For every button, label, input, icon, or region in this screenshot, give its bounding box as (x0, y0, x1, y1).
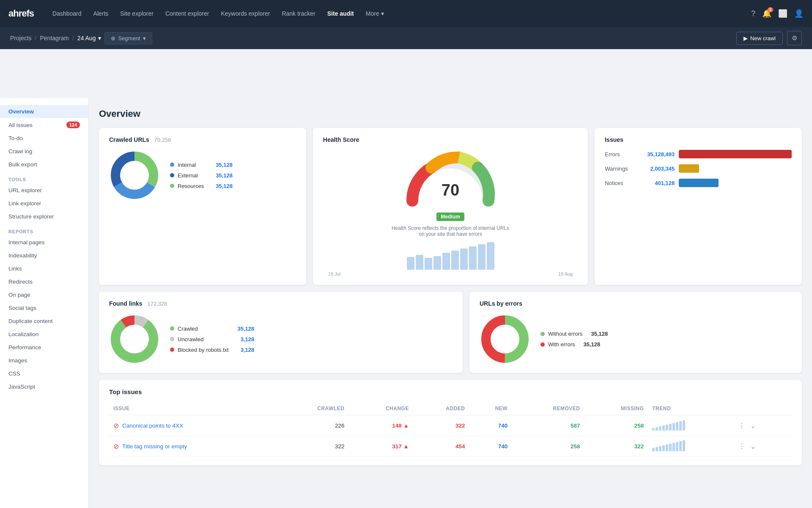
crawled-urls-content: Internal 35,128 External 35,128 Resource… (109, 150, 296, 201)
reports-section-label: Reports (0, 223, 88, 236)
added-cell: 322 (413, 415, 469, 436)
legend-resources: Resources 35,128 (170, 183, 233, 189)
trend-bar-4 (662, 425, 665, 431)
nav-more-label: More (366, 10, 379, 17)
sidebar-item-links[interactable]: Links (0, 262, 88, 275)
sidebar-item-images[interactable]: Images (0, 354, 88, 367)
legend-with-errors: With errors 35,128 (540, 341, 608, 348)
trend-bar-9 (679, 421, 682, 431)
trend-bar-3 (659, 426, 661, 431)
trend-bar-3 (659, 446, 661, 451)
date-label: 24 Aug (77, 35, 96, 41)
found-links-donut (109, 314, 160, 364)
trend-bar-2 (656, 447, 658, 451)
external-value: 35,128 (207, 172, 233, 179)
breadcrumb-date[interactable]: 24 Aug ▾ (77, 35, 102, 41)
errors-bar (679, 150, 792, 158)
sidebar-item-all-issues[interactable]: All issues 124 (0, 118, 88, 132)
warnings-label: Warnings (605, 166, 632, 172)
breadcrumb-projects[interactable]: Projects (10, 35, 32, 41)
sidebar-item-localization[interactable]: Localization (0, 328, 88, 341)
nav-alerts[interactable]: Alerts (88, 7, 114, 20)
uncrawled-value: 3,128 (232, 336, 255, 342)
sidebar-item-javascript[interactable]: JavaScript (0, 380, 88, 393)
crawled-dot (170, 326, 174, 331)
health-bar-1 (407, 257, 414, 270)
nav-keywords-explorer[interactable]: Keywords explorer (216, 7, 275, 20)
health-chart (327, 242, 573, 270)
missing-cell: 258 (584, 415, 648, 436)
trend-bar-6 (669, 444, 672, 451)
removed-cell: 258 (512, 436, 584, 457)
breadcrumb-sep-1: / (35, 35, 37, 41)
breadcrumb-site[interactable]: Pentagram (40, 35, 69, 41)
new-crawl-button[interactable]: ▶ New crawl (736, 32, 783, 45)
more-options-button[interactable]: ⋮ (737, 442, 747, 451)
segment-button[interactable]: ⊕ Segment ▾ (104, 32, 152, 44)
trend-bar-8 (676, 442, 678, 451)
top-issues-card: Top issues Issue Crawled Change Added Ne… (99, 380, 802, 465)
user-icon[interactable]: 👤 (794, 9, 804, 18)
sidebar-item-todo[interactable]: To-do (0, 132, 88, 145)
issue-name[interactable]: Canonical points to 4XX (122, 422, 183, 429)
gauge-svg: 70 (404, 150, 497, 209)
col-actions (732, 402, 792, 415)
expand-button[interactable]: ⌄ (749, 421, 757, 431)
urls-by-errors-card: URLs by errors Without errors 35,128 (469, 292, 802, 373)
with-errors-dot (540, 342, 545, 347)
urls-errors-donut (480, 314, 530, 364)
uncrawled-dot (170, 337, 174, 341)
found-links-card: Found links 172,328 Crawled 35, (99, 292, 463, 373)
trend-bar-7 (672, 443, 675, 451)
resources-dot (170, 184, 174, 188)
breadcrumb-actions: ▶ New crawl ⚙ (736, 31, 802, 45)
legend-without-errors: Without errors 35,128 (540, 331, 608, 337)
removed-cell: 587 (512, 415, 584, 436)
settings-button[interactable]: ⚙ (787, 31, 802, 45)
logo[interactable]: ahrefs (8, 8, 34, 19)
help-icon[interactable]: ? (751, 9, 755, 18)
gear-icon: ⚙ (792, 34, 797, 41)
sidebar-item-on-page[interactable]: On page (0, 288, 88, 301)
without-errors-dot (540, 332, 545, 336)
sidebar-item-structure-explorer[interactable]: Structure explorer (0, 210, 88, 223)
table-row: ⊘ Title tag missing or empty 322 317 ▲ (109, 436, 792, 457)
issue-name[interactable]: Title tag missing or empty (122, 443, 187, 450)
sidebar: Overview All issues 124 To-do Crawl log … (0, 98, 89, 508)
sidebar-item-overview[interactable]: Overview (0, 105, 88, 118)
sidebar-item-css[interactable]: CSS (0, 367, 88, 380)
notices-bar-wrap (679, 179, 792, 187)
legend-internal: Internal 35,128 (170, 162, 233, 168)
expand-button[interactable]: ⌄ (749, 442, 757, 451)
sidebar-item-performance[interactable]: Performance (0, 341, 88, 354)
sidebar-item-link-explorer[interactable]: Link explorer (0, 197, 88, 210)
new-cell: 740 (469, 415, 512, 436)
col-trend: Trend (648, 402, 732, 415)
sidebar-item-duplicate-content[interactable]: Duplicate content (0, 315, 88, 328)
sidebar-item-redirects[interactable]: Redirects (0, 275, 88, 288)
more-options-button[interactable]: ⋮ (737, 421, 747, 431)
trend-bar-10 (683, 440, 685, 451)
internal-value: 35,128 (207, 162, 233, 168)
nav-content-explorer[interactable]: Content explorer (160, 7, 214, 20)
sidebar-item-url-explorer[interactable]: URL explorer (0, 184, 88, 197)
sidebar-item-crawl-log[interactable]: Crawl log (0, 145, 88, 158)
nav-site-audit[interactable]: Site audit (322, 7, 359, 20)
warnings-row: Warnings 2,003,345 (605, 164, 792, 173)
display-icon[interactable]: ⬜ (778, 9, 787, 18)
change-value: 148 ▲ (392, 422, 409, 429)
health-chart-dates: 19 Jul 19 Aug (327, 271, 573, 276)
issues-card: Issues Errors 35,128,493 Warnings 2,003,… (595, 128, 802, 285)
nav-more[interactable]: More ▾ (361, 7, 389, 20)
found-links-title: Found links 172,328 (109, 300, 453, 307)
legend-external: External 35,128 (170, 172, 233, 179)
errors-value: 35,128,493 (636, 151, 675, 157)
sidebar-item-social-tags[interactable]: Social tags (0, 301, 88, 315)
sidebar-item-bulk-export[interactable]: Bulk export (0, 158, 88, 171)
sidebar-item-indexability[interactable]: Indexability (0, 249, 88, 262)
notifications-icon[interactable]: 🔔 2 (762, 9, 771, 18)
nav-rank-tracker[interactable]: Rank tracker (277, 7, 320, 20)
nav-dashboard[interactable]: Dashboard (47, 7, 87, 20)
nav-site-explorer[interactable]: Site explorer (115, 7, 159, 20)
sidebar-item-internal-pages[interactable]: Internal pages (0, 236, 88, 249)
